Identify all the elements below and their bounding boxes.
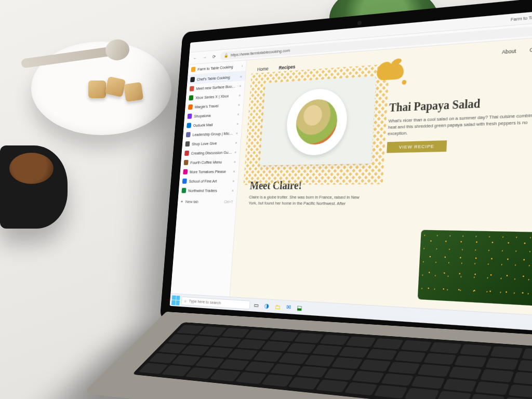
tab-close-icon[interactable]: × xyxy=(234,159,236,164)
tab-item[interactable]: Creating Discussion Guidelines× xyxy=(181,147,240,158)
tab-label: Leadership Group | Microsoft xyxy=(192,131,234,137)
tab-close-icon[interactable]: × xyxy=(232,188,234,193)
nav-contact[interactable]: Contact xyxy=(529,46,532,53)
dish-plate xyxy=(285,87,349,156)
url-text: https://www.farmtotablecooking.com xyxy=(231,48,290,57)
store-icon[interactable]: ⬓ xyxy=(295,302,304,313)
hero-image-frame xyxy=(250,71,381,175)
browser-body: Farm to Table Cooking ‹ Chef's Table Coo… xyxy=(170,36,532,316)
tab-label: Outlook Mail xyxy=(193,121,235,127)
tab-favicon-icon xyxy=(181,188,186,193)
nav-recipes[interactable]: Recipes xyxy=(278,64,296,71)
task-view-icon[interactable]: ▭ xyxy=(251,300,261,310)
back-button[interactable]: ← xyxy=(191,54,198,62)
site-favicon-icon xyxy=(191,66,196,72)
nav-about[interactable]: About xyxy=(502,48,516,55)
recipe-title: Thai Papaya Salad xyxy=(389,94,532,114)
new-tab-label: New tab xyxy=(185,200,198,204)
sidebar-header-label: Farm to Table Cooking xyxy=(197,64,233,72)
tab-favicon-icon xyxy=(184,151,189,156)
tab-close-icon[interactable]: × xyxy=(234,150,237,154)
hero-section: Thai Papaya Salad What's nicer than a co… xyxy=(238,55,532,178)
tab-favicon-icon xyxy=(185,141,190,147)
garden-image xyxy=(418,230,532,307)
salad-illustration xyxy=(295,98,338,145)
tab-item[interactable]: More Tomatoes Please× xyxy=(180,166,239,177)
tab-close-icon[interactable]: × xyxy=(238,92,241,97)
tab-label: Shop Love Give xyxy=(192,140,233,146)
tab-label: Northwind Traders xyxy=(188,188,230,193)
tab-close-icon[interactable]: × xyxy=(236,121,239,126)
laptop: Farm to Table Cooking ← → ⟳ 🔒 https://ww… xyxy=(171,29,532,399)
tab-favicon-icon xyxy=(189,95,193,100)
chevron-left-icon[interactable]: ‹ xyxy=(242,63,243,68)
plus-icon: + xyxy=(181,200,183,204)
tab-label: Creating Discussion Guidelines xyxy=(191,150,233,155)
new-tab-shortcut: Ctrl+T xyxy=(224,200,233,204)
tab-close-icon[interactable]: × xyxy=(235,140,237,145)
taskbar-search-placeholder: Type here to search xyxy=(189,299,221,305)
tab-item[interactable]: School of Fine Art× xyxy=(179,176,238,186)
tab-favicon-icon xyxy=(182,179,187,184)
tab-favicon-icon xyxy=(183,169,188,175)
tab-label: Margie's Travel xyxy=(194,102,235,109)
meet-blurb: Claire is a globe trotter. She was born … xyxy=(248,194,364,207)
sugar-cube xyxy=(105,76,126,97)
tab-close-icon[interactable]: × xyxy=(232,178,235,183)
tab-item[interactable]: Northwind Traders× xyxy=(178,185,237,195)
edge-icon[interactable]: ◑ xyxy=(262,301,271,312)
display: Farm to Table Cooking ← → ⟳ 🔒 https://ww… xyxy=(169,9,532,331)
explorer-icon[interactable]: 🗀 xyxy=(273,301,282,312)
coffee-mug-prop xyxy=(0,145,68,229)
sugar-cube xyxy=(124,82,143,102)
tab-label: Fourth Coffee Menu xyxy=(190,159,232,165)
tab-close-icon[interactable]: × xyxy=(240,74,243,78)
tab-close-icon[interactable]: × xyxy=(233,169,235,174)
tab-label: Chef's Table Cooking xyxy=(197,74,238,82)
tab-close-icon[interactable]: × xyxy=(237,112,240,116)
tab-favicon-icon xyxy=(190,77,195,82)
tab-favicon-icon xyxy=(187,123,191,128)
tab-label: Shopalona xyxy=(194,112,235,118)
recipe-blurb: What's nicer than a cool salad on a summ… xyxy=(388,111,532,137)
tab-item[interactable]: Fourth Coffee Menu× xyxy=(180,157,239,167)
tab-label: Meet new Surface Book 3 v 15.5" xyxy=(196,84,237,91)
mail-icon[interactable]: ✉ xyxy=(284,302,294,313)
search-icon: ⌕ xyxy=(184,298,187,303)
desk-scene: Farm to Table Cooking ← → ⟳ 🔒 https://ww… xyxy=(0,0,532,399)
tab-label: Xbox Series X | Xbox xyxy=(195,93,236,100)
tab-favicon-icon xyxy=(188,114,192,119)
hero-image xyxy=(260,76,376,165)
nav-home[interactable]: Home xyxy=(257,66,269,72)
svg-point-0 xyxy=(402,80,406,85)
sugar-cube xyxy=(88,81,106,98)
page-content: Home Recipes About Contact xyxy=(230,36,532,316)
tab-label: More Tomatoes Please xyxy=(190,169,231,174)
tab-close-icon[interactable]: × xyxy=(236,130,238,135)
tab-favicon-icon xyxy=(186,132,191,137)
refresh-button[interactable]: ⟳ xyxy=(210,52,218,61)
new-tab-button[interactable]: + New tab Ctrl+T xyxy=(177,196,236,208)
lock-icon: 🔒 xyxy=(224,53,229,58)
keyboard xyxy=(132,322,532,399)
tab-label: School of Fine Art xyxy=(189,178,230,183)
tab-close-icon[interactable]: × xyxy=(239,83,242,88)
laptop-screen: Farm to Table Cooking ← → ⟳ 🔒 https://ww… xyxy=(160,0,532,351)
start-button[interactable] xyxy=(171,295,180,305)
window-title: Farm to Table Cooking xyxy=(511,12,532,22)
taskbar-search[interactable]: ⌕ Type here to search xyxy=(181,296,250,309)
forward-button[interactable]: → xyxy=(201,53,209,62)
webcam xyxy=(357,21,362,25)
view-recipe-button[interactable]: VIEW RECIPE xyxy=(387,140,447,153)
tab-favicon-icon xyxy=(190,86,194,91)
tab-favicon-icon xyxy=(188,104,193,110)
tab-close-icon[interactable]: × xyxy=(238,102,241,107)
tab-favicon-icon xyxy=(184,160,189,165)
